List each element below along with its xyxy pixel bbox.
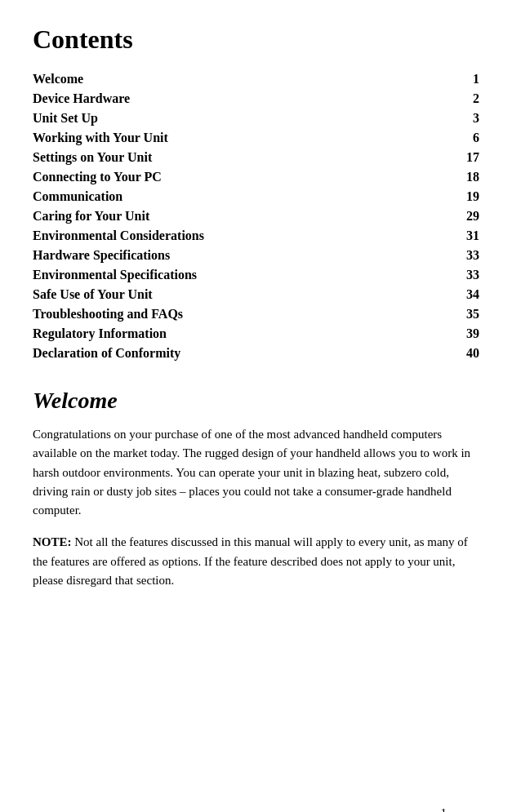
toc-item-page: 34 [412,285,479,304]
toc-item-label: Environmental Specifications [33,265,412,285]
toc-item-page: 33 [412,246,479,265]
toc-item-label: Environmental Considerations [33,226,412,246]
welcome-paragraph-2: NOTE: Not all the features discussed in … [33,533,479,590]
page-number: 1 [441,806,447,812]
toc-item-label: Welcome [33,69,412,89]
toc-item-label: Working with Your Unit [33,128,412,148]
toc-row: Device Hardware2 [33,89,479,109]
welcome-section-title: Welcome [33,388,479,414]
toc-item-label: Caring for Your Unit [33,206,412,226]
toc-row: Regulatory Information39 [33,324,479,344]
toc-item-page: 19 [412,187,479,206]
toc-item-label: Regulatory Information [33,324,412,344]
note-label: NOTE: [33,535,72,548]
toc-item-page: 2 [412,89,479,109]
toc-item-label: Device Hardware [33,89,412,109]
toc-item-label: Connecting to Your PC [33,167,412,187]
toc-row: Caring for Your Unit29 [33,206,479,226]
toc-row: Working with Your Unit6 [33,128,479,148]
toc-item-label: Hardware Specifications [33,246,412,265]
toc-item-label: Communication [33,187,412,206]
toc-item-page: 18 [412,167,479,187]
toc-item-page: 6 [412,128,479,148]
toc-row: Settings on Your Unit17 [33,148,479,167]
toc-item-label: Safe Use of Your Unit [33,285,412,304]
toc-item-label: Declaration of Conformity [33,344,412,363]
toc-row: Communication19 [33,187,479,206]
toc-row: Hardware Specifications33 [33,246,479,265]
toc-row: Troubleshooting and FAQs35 [33,304,479,324]
toc-row: Unit Set Up3 [33,109,479,128]
toc-row: Safe Use of Your Unit34 [33,285,479,304]
toc-item-page: 3 [412,109,479,128]
toc-row: Connecting to Your PC18 [33,167,479,187]
toc-item-page: 29 [412,206,479,226]
toc-item-page: 40 [412,344,479,363]
toc-item-page: 31 [412,226,479,246]
welcome-paragraph-1: Congratulations on your purchase of one … [33,425,479,520]
toc-row: Environmental Specifications33 [33,265,479,285]
toc-item-page: 1 [412,69,479,89]
toc-item-label: Settings on Your Unit [33,148,412,167]
note-body: Not all the features discussed in this m… [33,535,468,587]
toc-row: Declaration of Conformity40 [33,344,479,363]
toc-item-label: Unit Set Up [33,109,412,128]
toc-item-page: 33 [412,265,479,285]
toc-item-label: Troubleshooting and FAQs [33,304,412,324]
toc-row: Environmental Considerations31 [33,226,479,246]
toc-row: Welcome1 [33,69,479,89]
toc-item-page: 35 [412,304,479,324]
toc-item-page: 39 [412,324,479,344]
toc-item-page: 17 [412,148,479,167]
table-of-contents: Welcome1Device Hardware2Unit Set Up3Work… [33,69,479,363]
page-title: Contents [33,24,479,55]
page-wrapper: Contents Welcome1Device Hardware2Unit Se… [33,24,479,812]
